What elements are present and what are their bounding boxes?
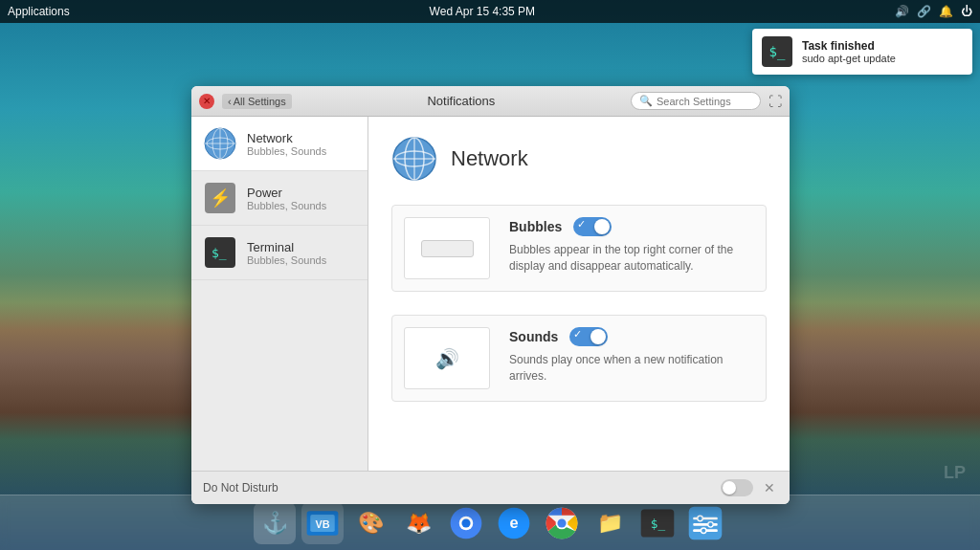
sounds-label: Sounds [509, 329, 558, 344]
notification-text: Task finished sudo apt-get update [802, 39, 896, 64]
bubbles-description: Bubbles appear in the top right corner o… [509, 242, 754, 275]
sidebar-item-power[interactable]: ⚡ Power Bubbles, Sounds [191, 171, 368, 226]
terminal-item-sub: Bubbles, Sounds [247, 254, 326, 266]
settings-dock-item[interactable] [684, 502, 726, 544]
back-arrow-icon: ‹ [228, 96, 232, 107]
chromium-dock-item[interactable] [445, 502, 487, 544]
sounds-details: Sounds Sounds play once when a new notif… [509, 327, 754, 385]
power-item-name: Power [247, 186, 326, 200]
content-header: Network [391, 136, 767, 182]
sidebar: Network Bubbles, Sounds ⚡ Power Bubbles,… [191, 117, 368, 471]
notification-app-icon: $_ [762, 36, 792, 67]
window-title: Notifications [300, 94, 623, 108]
do-not-disturb-label: Do Not Disturb [203, 481, 278, 495]
volume-icon[interactable]: 🔊 [895, 5, 909, 18]
bubbles-name-row: Bubbles [509, 217, 754, 236]
chrome-dock-item[interactable] [541, 502, 583, 544]
power-icon[interactable]: ⏻ [961, 5, 972, 18]
top-panel-center: Wed Apr 15 4:35 PM [430, 5, 536, 18]
search-icon: 🔍 [639, 95, 653, 107]
folder-dock-item[interactable]: 📁 [589, 502, 631, 544]
network-globe-svg [203, 126, 237, 161]
sounds-description: Sounds play once when a new notification… [509, 352, 754, 385]
sounds-setting-row: 🔊 Sounds Sounds play once when a new not… [391, 315, 767, 402]
sounds-toggle[interactable] [569, 327, 608, 346]
notification-title: Task finished [802, 39, 896, 53]
svg-point-19 [461, 518, 470, 527]
sounds-toggle-knob [590, 329, 606, 344]
all-settings-label: All Settings [234, 96, 286, 107]
network-item-sub: Bubbles, Sounds [247, 145, 326, 157]
power-icon-svg: ⚡ [203, 181, 237, 215]
dnd-toggle[interactable] [721, 479, 753, 496]
terminal-item-name: Terminal [247, 240, 326, 254]
bubbles-toggle[interactable] [573, 217, 612, 236]
terminal-sidebar-icon: $_ [203, 235, 237, 270]
sounds-preview: 🔊 [404, 327, 490, 389]
bottom-close-button[interactable]: ✕ [761, 479, 778, 496]
bubbles-details: Bubbles Bubbles appear in the top right … [509, 217, 754, 275]
bottom-bar: Do Not Disturb ✕ [191, 471, 790, 504]
window-titlebar: ✕ ‹ All Settings Notifications 🔍 ⛶ [191, 86, 790, 117]
sounds-name-row: Sounds [509, 327, 754, 346]
power-sidebar-icon: ⚡ [203, 181, 237, 215]
power-item-sub: Bubbles, Sounds [247, 200, 326, 211]
network-item-name: Network [247, 131, 326, 145]
svg-point-33 [701, 528, 705, 533]
sidebar-item-network[interactable]: Network Bubbles, Sounds [191, 117, 368, 171]
top-panel-left: Applications [8, 5, 70, 18]
svg-text:⚡: ⚡ [210, 187, 232, 209]
ie-dock-item[interactable]: e [493, 502, 535, 544]
svg-text:e: e [509, 514, 518, 531]
color-dock-item[interactable]: 🎨 [349, 502, 391, 544]
bubbles-setting-row: Bubbles Bubbles appear in the top right … [391, 205, 767, 292]
bubbles-toggle-knob [594, 219, 610, 234]
bubble-preview-shape [421, 240, 474, 257]
settings-window: ✕ ‹ All Settings Notifications 🔍 ⛶ [191, 86, 790, 504]
page-title: Network [451, 146, 528, 171]
search-input[interactable] [657, 96, 752, 107]
terminal-dock-item[interactable]: $_ [636, 502, 679, 544]
dnd-toggle-knob [723, 481, 736, 495]
terminal-icon-svg: $_ [203, 235, 237, 270]
svg-text:$_: $_ [212, 246, 227, 260]
svg-point-31 [698, 516, 702, 520]
datetime-display: Wed Apr 15 4:35 PM [430, 5, 536, 18]
top-panel-right: 🔊 🔗 🔔 ⏻ [895, 5, 972, 18]
bubbles-preview [404, 217, 490, 279]
back-button[interactable]: ‹ All Settings [222, 94, 292, 109]
firefox-dock-item[interactable]: 🦊 [397, 502, 439, 544]
svg-rect-28 [693, 517, 717, 519]
notification-subtitle: sudo apt-get update [802, 53, 896, 64]
virtualbox-dock-item[interactable]: VB [301, 502, 344, 544]
notification-popup: $_ Task finished sudo apt-get update [752, 29, 972, 75]
terminal-item-text: Terminal Bubbles, Sounds [247, 240, 326, 266]
power-item-text: Power Bubbles, Sounds [247, 186, 326, 211]
applications-menu[interactable]: Applications [8, 5, 70, 18]
svg-rect-29 [693, 523, 717, 526]
network-item-text: Network Bubbles, Sounds [247, 131, 326, 157]
window-close-button[interactable]: ✕ [199, 94, 214, 109]
window-body: Network Bubbles, Sounds ⚡ Power Bubbles,… [191, 117, 790, 471]
notification-icon[interactable]: 🔔 [939, 5, 953, 18]
bubbles-label: Bubbles [509, 219, 562, 234]
svg-point-24 [557, 518, 566, 527]
files-dock-item[interactable]: ⚓ [254, 502, 296, 544]
bottom-controls: ✕ [721, 479, 778, 496]
content-header-icon [391, 136, 437, 182]
expand-icon[interactable]: ⛶ [768, 94, 782, 109]
top-panel: Applications Wed Apr 15 4:35 PM 🔊 🔗 🔔 ⏻ [0, 0, 980, 23]
sound-icon: 🔊 [435, 347, 459, 370]
sidebar-item-terminal[interactable]: $_ Terminal Bubbles, Sounds [191, 226, 368, 280]
svg-text:$_: $_ [651, 517, 666, 531]
network-sidebar-icon [203, 126, 237, 161]
search-box[interactable]: 🔍 [631, 92, 761, 110]
svg-text:VB: VB [315, 517, 329, 529]
watermark: LP [944, 463, 966, 483]
main-content: Network Bubbles Bubbles appear in the to… [368, 117, 790, 471]
svg-point-32 [708, 521, 713, 526]
bluetooth-icon[interactable]: 🔗 [917, 5, 931, 18]
